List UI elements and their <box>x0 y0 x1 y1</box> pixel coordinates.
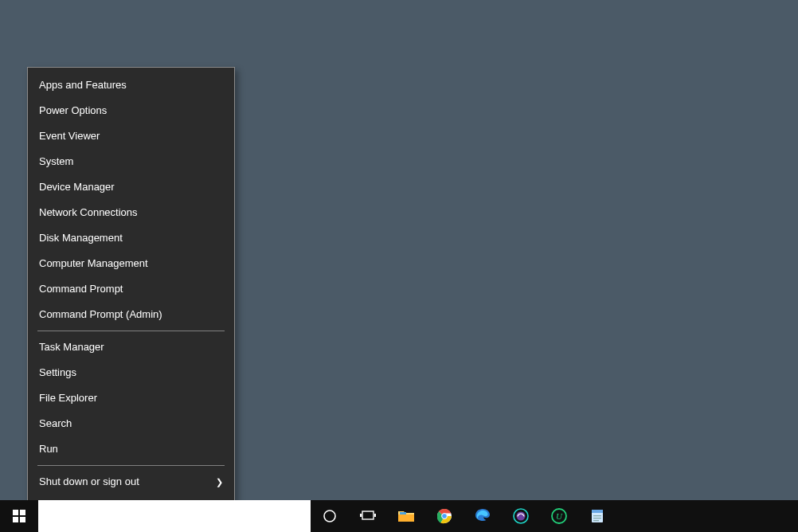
menu-item-label: Command Prompt <box>39 276 123 302</box>
svg-rect-6 <box>360 514 362 517</box>
menu-shut-down-or-sign-out[interactable]: Shut down or sign out ❯ <box>28 469 234 495</box>
menu-disk-management[interactable]: Disk Management <box>28 225 234 251</box>
task-view-icon <box>360 510 376 522</box>
svg-rect-21 <box>593 520 599 521</box>
svg-rect-19 <box>593 515 601 516</box>
menu-item-label: Settings <box>39 360 76 385</box>
menu-run[interactable]: Run <box>28 436 234 462</box>
svg-rect-20 <box>593 518 601 518</box>
menu-settings[interactable]: Settings <box>28 360 234 385</box>
cortana-button[interactable] <box>311 500 349 532</box>
start-context-menu: Apps and Features Power Options Event Vi… <box>27 67 235 526</box>
svg-rect-5 <box>362 511 374 519</box>
u-app-icon: U <box>551 508 567 524</box>
menu-item-label: Power Options <box>39 98 107 123</box>
file-explorer-icon <box>397 509 415 523</box>
menu-command-prompt-admin[interactable]: Command Prompt (Admin) <box>28 302 234 327</box>
svg-text:U: U <box>556 511 563 521</box>
file-explorer-button[interactable] <box>387 500 425 532</box>
menu-item-label: Run <box>39 436 58 462</box>
menu-task-manager[interactable]: Task Manager <box>28 334 234 360</box>
menu-separator <box>37 331 225 331</box>
task-view-button[interactable] <box>349 500 387 532</box>
chrome-icon <box>436 508 452 524</box>
svg-rect-8 <box>398 514 414 522</box>
notes-app-icon <box>589 508 605 524</box>
menu-network-connections[interactable]: Network Connections <box>28 200 234 225</box>
svg-rect-0 <box>13 510 18 515</box>
start-button[interactable] <box>0 500 38 532</box>
menu-system[interactable]: System <box>28 149 234 174</box>
taskbar-search[interactable] <box>38 500 311 532</box>
taskbar: U <box>0 500 798 532</box>
menu-item-label: Disk Management <box>39 225 123 251</box>
svg-point-4 <box>324 510 335 522</box>
menu-computer-management[interactable]: Computer Management <box>28 251 234 276</box>
edge-icon <box>475 508 491 524</box>
menu-command-prompt[interactable]: Command Prompt <box>28 276 234 302</box>
menu-apps-and-features[interactable]: Apps and Features <box>28 72 234 98</box>
svg-rect-3 <box>20 517 25 522</box>
menu-item-label: Computer Management <box>39 251 148 276</box>
chevron-right-icon: ❯ <box>216 469 223 495</box>
menu-item-label: Network Connections <box>39 200 138 225</box>
notes-app-button[interactable] <box>578 500 616 532</box>
svg-rect-18 <box>592 510 603 513</box>
svg-rect-7 <box>374 514 376 517</box>
menu-item-label: Device Manager <box>39 174 115 200</box>
menu-event-viewer[interactable]: Event Viewer <box>28 123 234 149</box>
svg-rect-2 <box>13 517 18 522</box>
menu-item-label: Apps and Features <box>39 72 127 98</box>
svg-rect-9 <box>400 512 406 514</box>
menu-item-label: System <box>39 149 73 174</box>
round-app-icon <box>513 508 529 524</box>
menu-item-label: Command Prompt (Admin) <box>39 302 162 327</box>
chrome-button[interactable] <box>425 500 464 532</box>
menu-item-label: Task Manager <box>39 334 104 360</box>
menu-device-manager[interactable]: Device Manager <box>28 174 234 200</box>
cortana-icon <box>323 509 337 523</box>
windows-logo-icon <box>13 510 25 522</box>
svg-rect-1 <box>20 510 25 515</box>
edge-button[interactable] <box>464 500 502 532</box>
round-app-button[interactable] <box>502 500 540 532</box>
menu-item-label: File Explorer <box>39 385 97 411</box>
menu-item-label: Search <box>39 411 72 436</box>
menu-search[interactable]: Search <box>28 411 234 436</box>
menu-file-explorer[interactable]: File Explorer <box>28 385 234 411</box>
menu-power-options[interactable]: Power Options <box>28 98 234 123</box>
menu-separator <box>37 465 225 466</box>
menu-item-label: Shut down or sign out <box>39 469 139 495</box>
u-app-button[interactable]: U <box>540 500 578 532</box>
menu-item-label: Event Viewer <box>39 123 100 149</box>
